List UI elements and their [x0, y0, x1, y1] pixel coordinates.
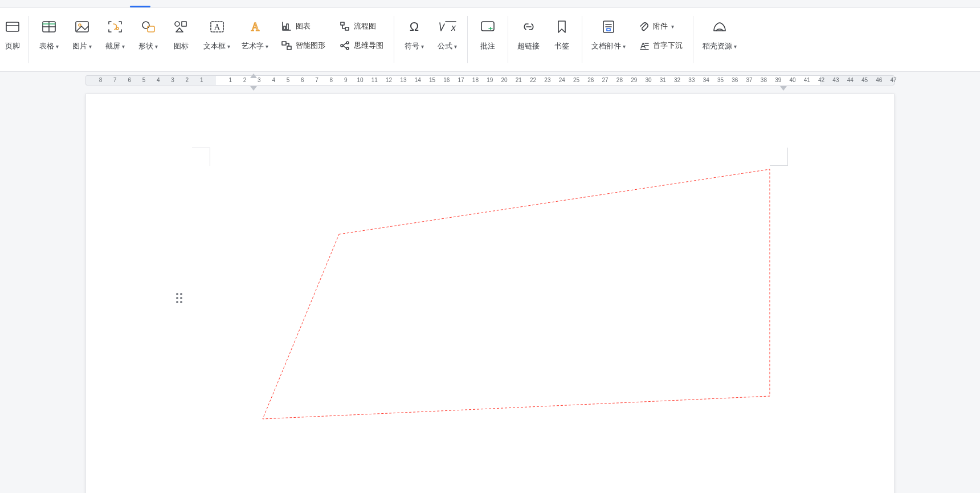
ruler-tick: 6	[128, 77, 131, 83]
margin-corner-mark	[770, 148, 788, 166]
chevron-down-icon: ▾	[421, 43, 424, 50]
flowchart-label: 流程图	[354, 21, 376, 31]
ruler-tick: 11	[371, 77, 378, 83]
ruler-tick: 3	[171, 77, 174, 83]
svg-rect-28	[481, 22, 494, 31]
shapes-label: 形状	[138, 41, 153, 51]
chart-icon	[281, 21, 292, 32]
symbol-button[interactable]: Ω 符号▾	[398, 14, 431, 51]
chart-button[interactable]: 图表	[275, 17, 331, 35]
ruler-tick: 15	[429, 77, 435, 83]
paperclip-icon	[638, 21, 650, 32]
svg-rect-19	[287, 46, 291, 50]
attachment-button[interactable]: 附件▾	[632, 17, 688, 35]
textbox-icon: A	[209, 16, 226, 38]
hyperlink-label: 超链接	[517, 41, 540, 51]
chevron-down-icon: ▾	[155, 43, 158, 50]
ruler-tick: 13	[400, 77, 406, 83]
equation-icon: x	[438, 16, 457, 38]
table-label: 表格	[39, 41, 54, 51]
svg-point-9	[142, 22, 149, 28]
table-icon	[40, 16, 58, 38]
textbox-button[interactable]: A 文本框▾	[198, 14, 236, 51]
smartart-button[interactable]: 智能图形	[275, 36, 331, 55]
first-line-indent-marker[interactable]	[250, 74, 257, 78]
svg-point-7	[79, 24, 81, 26]
shapes-button[interactable]: 形状▾	[132, 14, 165, 51]
ruler-tick: 35	[717, 77, 724, 83]
svg-rect-12	[182, 22, 186, 26]
ruler-tick: 38	[761, 77, 767, 83]
ruler-tick: 9	[344, 77, 348, 83]
flowchart-button[interactable]: 流程图	[333, 17, 389, 35]
ruler-tick: 37	[746, 77, 753, 83]
ruler-tick: 5	[142, 77, 146, 83]
chevron-down-icon: ▾	[671, 23, 674, 30]
header-footer-button[interactable]: 页脚	[2, 14, 25, 51]
table-button[interactable]: 表格▾	[32, 14, 66, 51]
ruler-tick: 3	[258, 77, 261, 83]
wordart-label: 艺术字	[242, 41, 264, 51]
ruler-tick: 42	[818, 77, 824, 83]
ruler-tick: 8	[330, 77, 333, 83]
wordart-button[interactable]: A 艺术字▾	[236, 14, 274, 51]
ruler-tick: 7	[315, 77, 318, 83]
hyperlink-button[interactable]: 超链接	[512, 14, 545, 51]
document-page[interactable]	[85, 93, 895, 493]
ruler-tick: 23	[544, 77, 550, 83]
svg-point-8	[116, 27, 119, 30]
screenshot-button[interactable]: 截屏▾	[99, 14, 132, 51]
ruler-tick: 10	[357, 77, 363, 83]
horizontal-ruler[interactable]: 8765432112345678910111213141516171819202…	[85, 75, 895, 85]
ruler-tick: 4	[157, 77, 160, 83]
ruler-tick: 25	[573, 77, 579, 83]
ruler-tick: 43	[832, 77, 839, 83]
shape-drag-handle[interactable]	[176, 293, 185, 302]
icon-button[interactable]: 图标	[165, 14, 198, 51]
svg-rect-21	[345, 27, 349, 30]
svg-text:Ω: Ω	[410, 19, 419, 34]
image-button[interactable]: 图片▾	[66, 14, 99, 51]
mindmap-label: 思维导图	[354, 40, 383, 51]
margin-corner-mark	[192, 148, 210, 166]
ruler-tick: 5	[287, 77, 290, 83]
svg-rect-0	[6, 22, 19, 31]
bookmark-button[interactable]: 书签	[545, 14, 578, 51]
ruler-tick: 45	[861, 77, 868, 83]
image-icon	[74, 16, 91, 38]
ruler-tick: 44	[847, 77, 854, 83]
header-footer-label: 页脚	[5, 41, 20, 51]
chart-label: 图表	[296, 21, 311, 31]
equation-button[interactable]: x 公式▾	[431, 14, 464, 51]
header-footer-icon	[5, 16, 21, 38]
ruler-tick: 41	[804, 77, 810, 83]
svg-rect-16	[284, 26, 285, 30]
svg-marker-37	[263, 169, 770, 419]
chevron-down-icon: ▾	[266, 43, 268, 50]
dropcap-button[interactable]: A 首字下沉	[632, 36, 688, 55]
docer-icon	[710, 16, 729, 38]
mindmap-button[interactable]: 思维导图	[333, 36, 389, 55]
ruler-tick: 1	[229, 77, 232, 83]
docer-label: 稻壳资源	[703, 41, 732, 51]
ruler-tick: 12	[386, 77, 392, 83]
doc-parts-button[interactable]: 文档部件▾	[586, 14, 631, 51]
svg-rect-17	[287, 24, 288, 30]
comment-button[interactable]: 批注	[471, 14, 504, 51]
ruler-tick: 18	[472, 77, 479, 83]
ruler-tick: 2	[186, 77, 189, 83]
svg-point-11	[175, 22, 179, 26]
ruler-tick: 24	[559, 77, 565, 83]
symbol-icon: Ω	[406, 16, 423, 38]
ruler-tick: 4	[272, 77, 275, 83]
docer-button[interactable]: 稻壳资源▾	[697, 14, 742, 51]
ruler-tick: 16	[443, 77, 450, 83]
ruler-tick: 7	[113, 77, 117, 83]
flowchart-icon	[339, 21, 350, 32]
chevron-down-icon: ▾	[454, 43, 457, 50]
ruler-tick: 26	[587, 77, 594, 83]
ruler-tick: 14	[415, 77, 421, 83]
smartart-label: 智能图形	[296, 40, 325, 51]
ruler-tick: 34	[703, 77, 709, 83]
chevron-down-icon: ▾	[89, 43, 92, 50]
